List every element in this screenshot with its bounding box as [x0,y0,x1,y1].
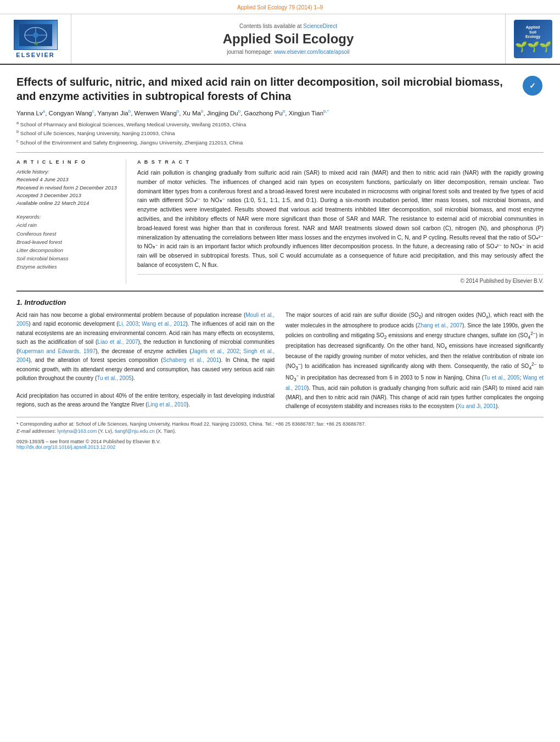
elsevier-logo-area: 🌿 ELSEVIER [0,14,71,64]
ref-ling-2010[interactable]: Ling et al., 2010 [148,401,187,408]
crossmark-logo: ✓ [522,75,544,97]
journal-header: 🌿 ELSEVIER Contents lists available at S… [0,14,560,65]
elsevier-logo: 🌿 ELSEVIER [14,20,58,58]
affiliation-a: a School of Pharmacy and Biological Scie… [16,120,544,129]
authors-line: Yanna Lva, Congyan Wangc, Yanyan Jiab, W… [16,109,544,116]
contents-label: Contents lists available at [239,23,301,29]
journal-title: Applied Soil Ecology [223,31,354,47]
intro-col-left: Acid rain has now become a global enviro… [16,311,275,411]
journal-logo-icons: 🌱🌱🌱 [515,41,551,53]
svg-text:🌿: 🌿 [33,42,38,46]
intro-two-col: Acid rain has now become a global enviro… [16,311,544,411]
ref-tu-2005b[interactable]: Tu et al., 2005 [484,375,519,381]
journal-logo-box: AppliedSoilEcology 🌱🌱🌱 [514,20,552,58]
svg-point-4 [33,32,38,38]
affiliation-b: b School of Life Sciences, Nanjing Unive… [16,129,544,137]
received-revised-date: Received in revised form 2 December 2013 [16,184,119,192]
elsevier-logo-image: 🌿 [14,20,58,50]
article-title: Effects of sulfuric, nitric, and mixed a… [16,75,516,103]
keyword-3: Broad-leaved forest [16,238,119,246]
top-bar: Applied Soil Ecology 79 (2014) 1–9 [0,0,560,14]
intro-title: Introduction [24,298,66,306]
email-addresses-note: E-mail addresses: lynlyna@163.com (Y. Lv… [16,428,544,436]
abstract-heading: A B S T R A C T [137,159,544,165]
ref-schaberg-2001[interactable]: Schaberg et al., 2001 [163,357,220,363]
article-info-heading: A R T I C L E I N F O [16,159,119,165]
keyword-2: Coniferous forest [16,230,119,238]
keyword-5: Soil microbial biomass [16,254,119,263]
keyword-1: Acid rain [16,221,119,229]
issn-line: 0929-1393/$ – see front matter © 2014 Pu… [16,439,544,450]
homepage-label: journal homepage: [227,49,272,55]
copyright-line: © 2014 Published by Elsevier B.V. [137,274,544,284]
introduction-section: 1. Introduction Acid rain has now become… [16,291,544,411]
contents-line: Contents lists available at ScienceDirec… [239,23,337,29]
ref-liao-2007[interactable]: Liao et al., 2007 [97,339,138,345]
article-body: Effects of sulfuric, nitric, and mixed a… [0,65,560,460]
intro-para-3: The major sources of acid rain are sulfu… [285,311,544,411]
journal-logo-text: AppliedSoilEcology [525,25,540,39]
corresponding-author-note: * Corresponding author at: School of Lif… [16,421,544,428]
email-lv[interactable]: lynlyna@163.com [58,428,97,434]
keyword-6: Enzyme activities [16,263,119,271]
journal-homepage: journal homepage: www.elsevier.com/locat… [227,49,349,55]
ref-kuperman-1997[interactable]: Kuperman and Edwards, 1997 [18,348,96,354]
abstract-column: A B S T R A C T Acid rain pollution is c… [137,159,544,284]
email-tian[interactable]: tiangf@nju.edu.cn [115,428,155,434]
homepage-url[interactable]: www.elsevier.com/locate/apsoil [274,49,350,55]
intro-para-1: Acid rain has now become a global enviro… [16,311,275,383]
elsevier-text: ELSEVIER [16,52,54,58]
intro-para-2: Acid precipitation has occurred in about… [16,392,275,410]
intro-heading: 1. Introduction [16,298,544,306]
doi-link[interactable]: http://dx.doi.org/10.1016/j.apsoil.2013.… [16,444,115,450]
intro-number: 1. [16,298,24,306]
ref-li-2003[interactable]: Li, 2003 [119,321,138,327]
ref-zhang-2007[interactable]: Zhang et al., 2007 [417,322,462,328]
history-label: Article history: [16,168,119,176]
affiliations: a School of Pharmacy and Biological Scie… [16,120,544,147]
keywords-block: Keywords: Acid rain Coniferous forest Br… [16,213,119,271]
accepted-date: Accepted 3 December 2013 [16,192,119,199]
available-date: Available online 22 March 2014 [16,199,119,207]
issn-text: 0929-1393/$ – see front matter © 2014 Pu… [16,439,160,444]
intro-col-right: The major sources of acid rain are sulfu… [285,311,544,411]
article-title-section: Effects of sulfuric, nitric, and mixed a… [16,75,544,103]
ref-wang-2012[interactable]: Wang et al., 2012 [142,321,186,327]
received-date: Received 4 June 2013 [16,176,119,183]
journal-citation: Applied Soil Ecology 79 (2014) 1–9 [237,4,323,10]
crossmark-icon: ✓ [523,76,542,96]
keyword-4: Litter decomposition [16,246,119,254]
keywords-label: Keywords: [16,213,119,221]
ref-xu-ji-2001[interactable]: Xu and Ji, 2001 [457,403,496,409]
sciencedirect-link[interactable]: ScienceDirect [303,23,337,29]
ref-tu-2005[interactable]: Tu et al., 2005 [97,375,132,381]
article-info-abstract-section: A R T I C L E I N F O Article history: R… [16,152,544,284]
journal-logo-area: AppliedSoilEcology 🌱🌱🌱 [505,14,560,64]
article-history-block: Article history: Received 4 June 2013 Re… [16,168,119,207]
journal-info-center: Contents lists available at ScienceDirec… [71,14,505,64]
abstract-text: Acid rain pollution is changing graduall… [137,168,544,270]
footnote-section: * Corresponding author at: School of Lif… [16,417,544,436]
affiliation-c: c School of the Environment and Safety E… [16,138,544,147]
ref-jagels-2002[interactable]: Jagels et al., 2002 [192,348,239,354]
article-info-column: A R T I C L E I N F O Article history: R… [16,159,126,284]
